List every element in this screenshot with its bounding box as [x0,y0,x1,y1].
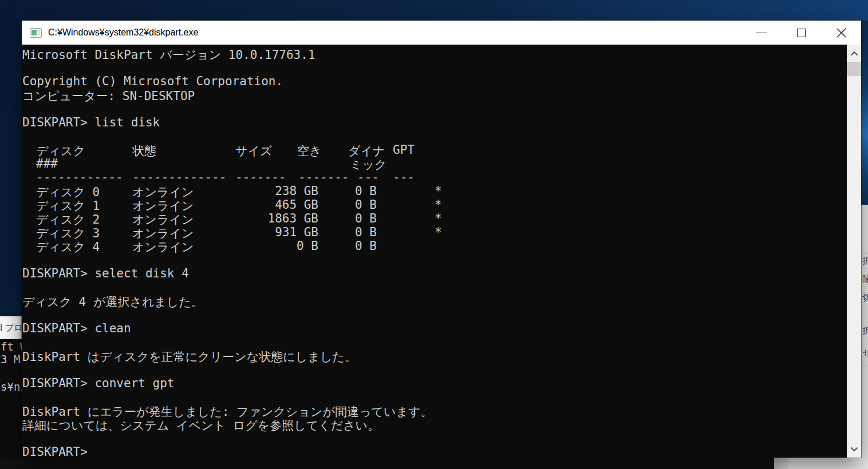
console-line [22,280,847,294]
chevron-down-icon [850,447,858,452]
table-cell: GPT [393,143,415,157]
table-cell-gpt: * [435,225,442,239]
console-text-fragment: 3 Mi [1,353,22,365]
table-cell: ------------- [132,170,226,184]
console-line: DiskPart はディスクを正常にクリーンな状態にしました。 [22,349,847,363]
console-app-icon[interactable] [30,28,42,38]
chevron-up-icon [850,51,858,56]
window-controls [741,21,861,45]
divider [862,344,868,344]
background-right-window[interactable]: 択 除 切 択 セ [861,205,868,469]
console-line [22,308,847,321]
console-line [22,253,847,267]
menu-text-fragment: 択 [862,256,868,267]
clipped-glyph [1,324,2,331]
minimize-icon [756,33,767,33]
disk-table-row: ディスク 1オンライン465 GB0 B* [22,198,847,212]
table-cell-free: 0 B [293,239,377,253]
maximize-icon [797,29,806,37]
console-line: DISKPART> [22,445,847,458]
console-line [22,363,847,376]
console-line: Copyright (C) Microsoft Corporation. [22,74,847,88]
scroll-up-button[interactable] [847,45,861,62]
disk-table-row: ディスク 0オンライン238 GB0 B* [22,184,847,198]
table-cell-gpt: * [435,198,442,212]
menu-text-fragment: セ [862,347,868,358]
maximize-button[interactable] [781,21,821,45]
table-cell-gpt: * [435,184,442,198]
console-line: DISKPART> clean [22,321,847,335]
menu-text-fragment: 除 [862,274,868,285]
disk-table-separator: ----------------------------------------… [22,170,847,184]
menu-text-fragment: 切 [862,292,868,303]
console-line: コンピューター: SN-DESKTOP [22,88,847,102]
console-line: DISKPART> select disk 4 [22,267,847,280]
scroll-thumb[interactable] [847,62,861,76]
disk-table-header: ディスク状態サイズ空きダイナGPT [22,143,847,157]
table-cell: ------------ [36,170,123,184]
window-title: C:¥Windows¥system32¥diskpart.exe [48,27,198,38]
console-icon-line [38,30,40,35]
menu-text-fragment: 択 [862,325,868,336]
divider [862,365,868,366]
console-line: DISKPART> convert gpt [22,376,847,390]
desktop-blue-sliver [861,21,868,205]
table-cell-free: 0 B [293,184,377,198]
divider [862,312,868,312]
console-text-fragment: s¥ni [1,380,22,393]
console-icon-pane [31,30,37,35]
console-line: Microsoft DiskPart バージョン 10.0.17763.1 [22,47,847,61]
console-line: 詳細については、システム イベント ログを参照してください。 [22,418,847,431]
table-cell: ------- [235,170,286,184]
console-line: DISKPART> list disk [22,116,847,129]
table-cell: ------- [298,170,349,184]
disk-table-row: ディスク 3オンライン931 GB0 B* [22,225,847,239]
console-line [22,61,847,74]
background-left-window-body[interactable]: ft W 3 Mi s¥ni [0,339,22,469]
console-line [22,335,847,349]
table-cell-gpt: * [435,212,442,225]
table-cell: --- [357,170,379,184]
disk-table-row: ディスク 4オンライン0 B0 B [22,239,847,253]
table-cell-free: 0 B [293,198,377,212]
table-cell-free: 0 B [293,212,377,225]
scroll-down-button[interactable] [847,440,861,458]
close-button[interactable] [821,21,861,45]
background-window-title-fragment: プロ [5,323,22,333]
console-line [22,431,847,445]
vertical-scrollbar[interactable] [847,45,861,458]
divider [862,253,868,254]
diskpart-window: C:¥Windows¥system32¥diskpart.exe Microso… [22,21,861,458]
background-light-window[interactable] [788,458,868,469]
minimize-button[interactable] [741,21,781,45]
disk-table-row: ディスク 2オンライン1863 GB0 B* [22,212,847,225]
console-text-fragment: ft W [1,340,22,353]
background-console-bottom[interactable] [0,458,774,469]
console-line [22,102,847,116]
table-cell: --- [393,170,415,184]
titlebar[interactable]: C:¥Windows¥system32¥diskpart.exe [22,21,861,45]
console-line [22,390,847,404]
table-cell-free: 0 B [293,225,377,239]
console-line [22,129,847,143]
desktop: プロ ft W 3 Mi s¥ni 択 除 切 択 セ C:¥Windows¥s… [0,0,868,469]
table-cell: ### [36,157,58,170]
close-icon [837,28,846,38]
console-line: DiskPart にエラーが発生しました: ファンクションが間違っています。 [22,404,847,418]
disk-table-header: ###ミック [22,157,847,170]
background-window-edge [774,458,788,469]
background-left-window-titlebar[interactable]: プロ [0,316,22,339]
console-line: ディスク 4 が選択されました。 [22,294,847,308]
console-output[interactable]: Microsoft DiskPart バージョン 10.0.17763.1Cop… [22,45,847,458]
